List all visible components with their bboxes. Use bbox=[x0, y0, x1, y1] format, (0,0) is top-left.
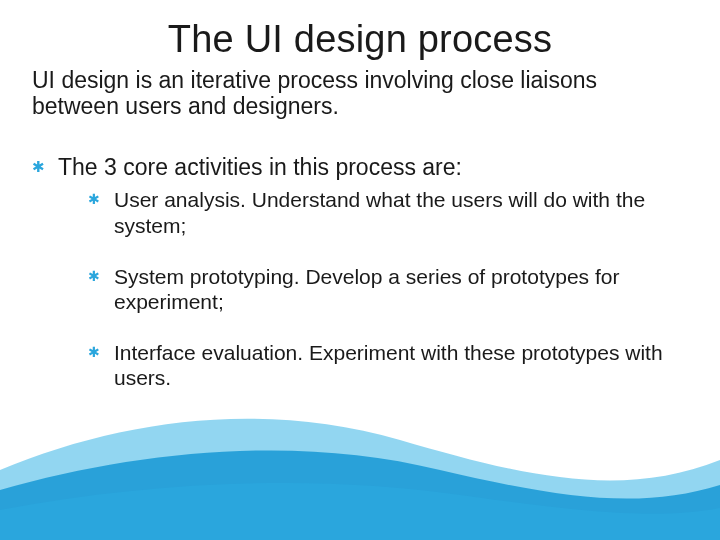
sub-bullet-list: User analysis. Understand what the users… bbox=[58, 187, 688, 390]
intro-paragraph: UI design is an iterative process involv… bbox=[32, 67, 688, 120]
sub-bullet-text: System prototyping. Develop a series of … bbox=[114, 265, 619, 313]
bullet-item: The 3 core activities in this process ar… bbox=[32, 154, 688, 391]
sub-bullet-item: System prototyping. Develop a series of … bbox=[88, 264, 688, 314]
sub-bullet-text: Interface evaluation. Experiment with th… bbox=[114, 341, 663, 389]
bullet-list: The 3 core activities in this process ar… bbox=[32, 154, 688, 391]
sub-bullet-text: User analysis. Understand what the users… bbox=[114, 188, 645, 236]
bullet-text: The 3 core activities in this process ar… bbox=[58, 154, 462, 180]
slide: The UI design process UI design is an it… bbox=[0, 0, 720, 540]
sub-bullet-item: Interface evaluation. Experiment with th… bbox=[88, 340, 688, 390]
slide-title: The UI design process bbox=[32, 18, 688, 61]
wave-decoration bbox=[0, 390, 720, 540]
sub-bullet-item: User analysis. Understand what the users… bbox=[88, 187, 688, 237]
